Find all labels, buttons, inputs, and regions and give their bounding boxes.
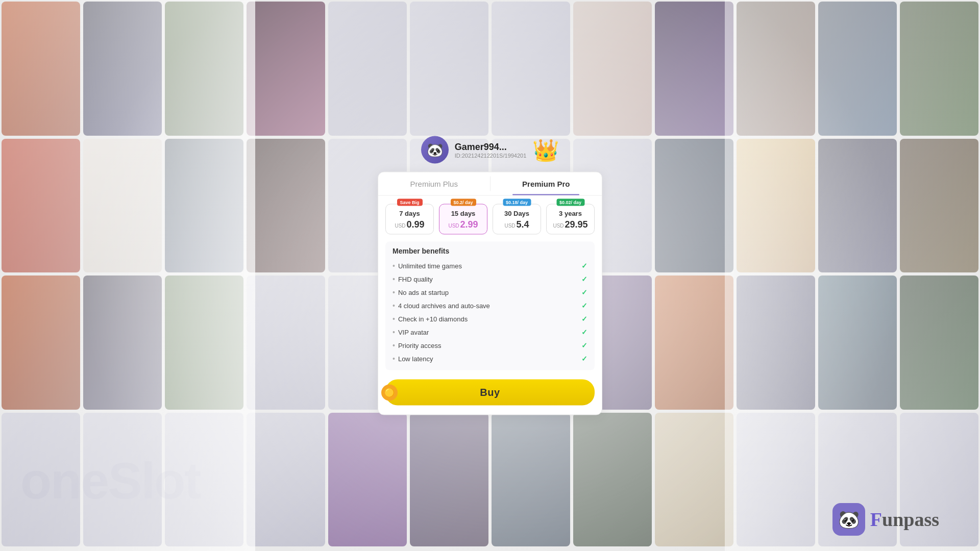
coin-icon: 🟡 [381,384,398,400]
benefit-row-7: • Priority access ✓ [393,339,587,352]
bg-cell [818,2,897,136]
avatar-emoji: 🐼 [427,142,443,158]
bg-cell [900,2,978,136]
badge-15days: $0.2/ day [450,199,476,206]
bg-cell [492,2,570,136]
days-label-7: 7 days [388,210,431,217]
days-label-3y: 3 years [549,210,592,217]
benefit-text-6: • VIP avatar [393,328,429,336]
bg-cell [2,2,80,136]
funpass-panda: 🐼 [838,509,860,530]
bg-cell [83,413,162,547]
buy-button[interactable]: Buy [385,380,595,406]
benefit-row-8: • Low latency ✓ [393,352,587,365]
bg-cell [818,139,897,273]
bg-cell [328,413,407,547]
pricing-card: Premium Plus Premium Pro Save Big 7 days… [378,172,602,415]
duration-30days[interactable]: $0.18/ day 30 Days USD 5.4 [493,204,541,235]
amount-7: 0.99 [407,219,425,230]
bg-cell [737,413,815,547]
usd-label-7: USD [395,223,405,229]
bg-cell [900,139,978,273]
benefit-text-7: • Priority access [393,341,441,349]
bg-cell [900,276,978,410]
duration-3years[interactable]: $0.02/ day 3 years USD 29.95 [546,204,595,235]
bg-cell [83,139,162,273]
bg-cell [737,2,815,136]
benefit-label-5: Check in +10 diamonds [398,315,468,322]
bg-cell [410,413,488,547]
usd-label-3y: USD [553,223,564,229]
benefit-label-8: Low latency [398,355,433,362]
plan-tabs: Premium Plus Premium Pro [378,172,602,196]
amount-3y: 29.95 [565,219,588,230]
pricing-modal: 🐼 Gamer994... ID:202124212201S/1994201 👑… [368,136,612,415]
check-7: ✓ [581,341,587,349]
bullet-6: • [393,328,395,336]
bg-cell [247,139,325,273]
price-row-7: USD 0.99 [388,219,431,230]
duration-15days[interactable]: $0.2/ day 15 days USD 2.99 [439,204,487,235]
bg-cell [655,2,733,136]
bg-cell [818,276,897,410]
days-label-15: 15 days [442,210,485,217]
check-4: ✓ [581,302,587,310]
bg-cell [2,413,80,547]
bg-cell [83,276,162,410]
user-header: 🐼 Gamer994... ID:202124212201S/1994201 👑 [421,136,559,164]
usd-label-30: USD [504,223,515,229]
price-row-15: USD 2.99 [442,219,485,230]
benefit-row-4: • 4 cloud archives and auto-save ✓ [393,299,587,312]
tab-premium-pro[interactable]: Premium Pro [491,172,602,195]
bullet-1: • [393,262,395,270]
bg-cell [655,276,733,410]
badge-30days: $0.18/ day [503,199,531,206]
bg-cell [2,139,80,273]
check-6: ✓ [581,328,587,336]
bg-cell [165,413,243,547]
bg-cell [737,276,815,410]
benefit-text-5: • Check in +10 diamonds [393,315,468,323]
bg-cell [165,276,243,410]
duration-7days[interactable]: Save Big 7 days USD 0.99 [385,204,434,235]
tab-premium-plus[interactable]: Premium Plus [378,172,490,195]
benefit-text-4: • 4 cloud archives and auto-save [393,302,490,310]
crown-icon: 👑 [532,137,559,162]
badge-save-big: Save Big [397,199,422,206]
duration-options: Save Big 7 days USD 0.99 $0.2/ day 15 da… [378,196,602,242]
check-8: ✓ [581,355,587,363]
bg-cell [2,276,80,410]
benefit-label-2: FHD quality [398,275,433,283]
benefit-label-7: Priority access [398,341,442,349]
benefits-title: Member benefits [393,247,587,255]
usd-label-15: USD [448,223,459,229]
bullet-8: • [393,355,395,363]
benefit-text-2: • FHD quality [393,275,433,283]
check-1: ✓ [581,262,587,270]
benefit-label-6: VIP avatar [398,328,429,336]
funpass-icon: 🐼 [832,503,865,536]
bg-cell [247,2,325,136]
user-info: Gamer994... ID:202124212201S/1994201 [455,141,527,158]
check-2: ✓ [581,275,587,283]
funpass-logo: 🐼 Funpass [832,503,939,536]
bg-cell [573,413,652,547]
benefit-row-1: • Unlimited time games ✓ [393,259,587,272]
amount-15: 2.99 [460,219,478,230]
bg-cell [165,139,243,273]
benefit-label-1: Unlimited time games [398,262,462,269]
bg-cell [165,2,243,136]
bullet-5: • [393,315,395,323]
bg-cell [328,2,407,136]
bg-cell [655,139,733,273]
username: Gamer994... [455,141,527,152]
benefit-row-2: • FHD quality ✓ [393,272,587,286]
badge-3years: $0.02/ day [556,199,584,206]
benefit-text-8: • Low latency [393,355,433,363]
bg-cell [247,276,325,410]
check-5: ✓ [581,315,587,323]
bg-cell [247,413,325,547]
benefit-label-3: No ads at startup [398,288,449,296]
bullet-7: • [393,341,395,349]
funpass-text: Funpass [870,508,939,531]
